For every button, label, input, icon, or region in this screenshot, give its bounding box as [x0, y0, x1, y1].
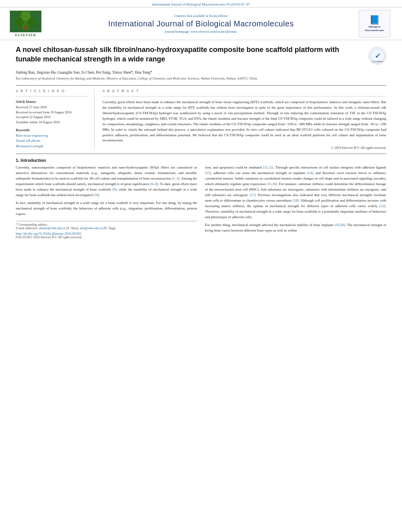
- elsevier-logo-image: [10, 11, 41, 32]
- journal-header: ELSEVIER Contents lists available at Sci…: [0, 7, 402, 40]
- doi-text: http://dx.doi.org/10.1016/j.ijbiomac.201…: [16, 232, 81, 235]
- info-abstract-section: A R T I C L E I N F O Article history: R…: [16, 89, 386, 150]
- article-title-section: A novel chitosan-tussah silk fibroin/nan…: [16, 45, 386, 67]
- intro-right-p1: sion, and apoptosis) could be mediated […: [205, 165, 386, 220]
- svg-text:CrossMark: CrossMark: [372, 60, 383, 63]
- main-content: A novel chitosan-tussah silk fibroin/nan…: [0, 40, 402, 243]
- footnote-corresponding: * Corresponding authors.: [16, 223, 197, 226]
- svg-text:✓: ✓: [374, 52, 380, 60]
- history-revised: Received in revised form 19 August 2016: [16, 110, 88, 115]
- page-wrapper: International Journal of Biological Macr…: [0, 0, 402, 532]
- journal-center: Contents lists available at ScienceDirec…: [43, 14, 359, 33]
- right-logo-line1: Biological: [368, 25, 380, 29]
- title-divider: [16, 85, 386, 86]
- top-banner: International Journal of Biological Macr…: [0, 0, 402, 7]
- abstract-text: Currently, great efforts have been made …: [102, 100, 386, 144]
- article-history: Article history: Received 27 June 2016 R…: [16, 100, 88, 125]
- article-title: A novel chitosan-tussah silk fibroin/nan…: [16, 45, 368, 64]
- email-shen[interactable]: shenxy@whu.edu.cn: [39, 226, 65, 230]
- crossmark-logo: ✓ CrossMark: [368, 47, 386, 65]
- abstract-section: A B S T R A C T Currently, great efforts…: [102, 89, 386, 150]
- intro-right-p2: For another thing, mechanical strength a…: [205, 222, 386, 234]
- affiliation: Key Laboratory of Analytical Chemistry f…: [16, 76, 386, 81]
- elsevier-logo: ELSEVIER: [8, 11, 43, 37]
- abstract-title: A B S T R A C T: [102, 89, 386, 93]
- history-accepted: Accepted 22 August 2016: [16, 115, 88, 120]
- elsevier-text: ELSEVIER: [15, 33, 36, 37]
- footnote-emails: E-mail addresses: shenxy@whu.edu.cn (X. …: [16, 226, 197, 230]
- authors-text: Jiabing Ran, Jingxiao Hu, Guanglin Sun, …: [16, 70, 153, 74]
- homepage-link[interactable]: www.elsevier.com/locate/ijbiomac: [191, 30, 237, 33]
- history-label: Article history:: [16, 100, 88, 104]
- body-divider: [16, 154, 386, 154]
- intro-left-p1: Currently, nanocomposites composed of bi…: [16, 165, 197, 198]
- journal-homepage: journal homepage: www.elsevier.com/locat…: [43, 30, 359, 33]
- rights-line: 0141-8130/© 2016 Elsevier B.V. All right…: [16, 235, 197, 239]
- intro-left-p2: In fact, tunability of mechanical streng…: [16, 200, 197, 217]
- authors: Jiabing Ran, Jingxiao Hu, Guanglin Sun, …: [16, 70, 386, 74]
- footnote-section: * Corresponding authors. E-mail addresse…: [16, 221, 197, 239]
- banner-text: International Journal of Biological Macr…: [152, 2, 250, 6]
- copyright: © 2016 Elsevier B.V. All rights reserved…: [102, 146, 386, 150]
- affiliation-text: Key Laboratory of Analytical Chemistry f…: [16, 76, 257, 80]
- doi-line[interactable]: http://dx.doi.org/10.1016/j.ijbiomac.201…: [16, 232, 197, 235]
- intro-left-col: Currently, nanocomposites composed of bi…: [16, 165, 197, 239]
- sciencedirect-link[interactable]: ScienceDirect: [209, 14, 228, 18]
- history-received: Received 27 June 2016: [16, 105, 88, 110]
- history-online: Available online 24 August 2016: [16, 120, 88, 125]
- keyword-2: Tussah silk fibroin: [16, 138, 88, 144]
- right-logo-line2: Macromolecules: [365, 29, 384, 32]
- keyword-1: Bone tissue engineering: [16, 133, 88, 139]
- homepage-label: journal homepage:: [165, 30, 190, 33]
- journal-right-logo: 📘 Biological Macromolecules: [359, 10, 390, 37]
- email-tang[interactable]: sem@whu.edu.cn: [80, 226, 102, 230]
- info-divider: [16, 96, 88, 96]
- keywords-label: Keywords:: [16, 128, 88, 132]
- abstract-divider: [102, 96, 386, 96]
- article-info-title: A R T I C L E I N F O: [16, 89, 88, 93]
- contents-line: Contents lists available at ScienceDirec…: [43, 14, 359, 18]
- intro-heading: 1. Introduction: [16, 158, 386, 163]
- article-info: A R T I C L E I N F O Article history: R…: [16, 89, 95, 150]
- keywords-section: Keywords: Bone tissue engineering Tussah…: [16, 128, 88, 149]
- contents-text: Contents lists available at: [174, 14, 208, 18]
- svg-rect-5: [24, 25, 27, 30]
- intro-right-col: sion, and apoptosis) could be mediated […: [205, 165, 386, 239]
- keyword-3: Mechanical strength: [16, 144, 88, 149]
- journal-title: International Journal of Biological Macr…: [43, 19, 359, 28]
- intro-body: Currently, nanocomposites composed of bi…: [16, 165, 386, 239]
